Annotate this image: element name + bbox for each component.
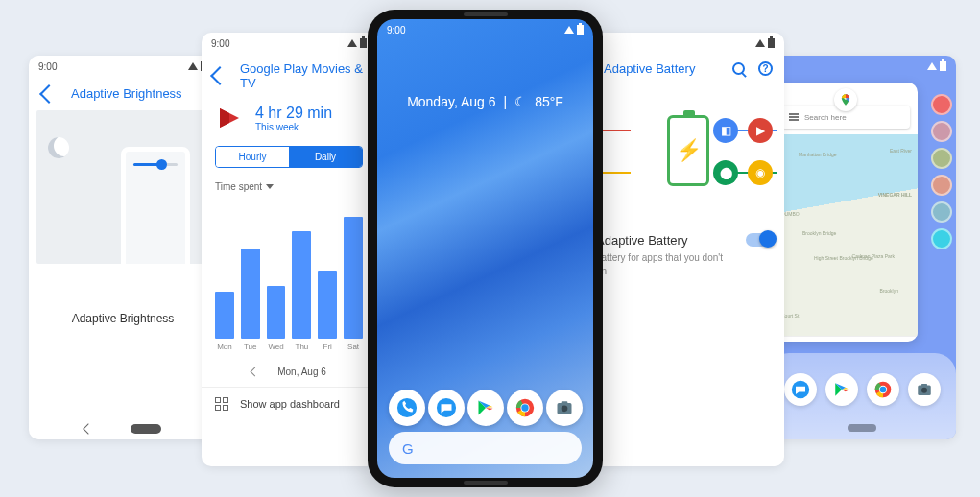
messages-app-icon[interactable] [784,373,817,406]
status-bar [592,33,784,54]
chevron-left-icon[interactable] [251,367,260,377]
chart-bar [241,248,260,339]
svg-point-16 [561,406,567,413]
svg-rect-8 [921,384,927,386]
dashboard-icon [215,397,228,411]
tab-daily[interactable]: Daily [289,147,362,167]
signal-icon [347,39,357,47]
chart-bar [344,217,363,339]
slider-illustration [133,163,178,166]
nav-home-pill[interactable] [131,424,161,434]
signal-icon [564,26,574,34]
usage-period: This week [255,122,332,132]
brightness-illustration [36,110,209,264]
avatar[interactable] [931,94,952,115]
toggle-switch[interactable] [746,233,775,247]
nav-back-icon[interactable] [83,423,93,434]
search-placeholder: Search here [804,113,847,122]
status-bar: 9:00 [202,33,376,54]
phone-app-icon[interactable] [389,390,425,426]
map-canvas[interactable]: Manhattan Bridge East River DUMBO VINEGA… [774,134,918,336]
nav-home-pill[interactable] [848,424,876,432]
chart-x-label: Sat [347,343,359,351]
chrome-icon[interactable] [867,373,899,406]
chart-bar [267,286,286,339]
back-icon[interactable] [39,84,59,104]
page-title: Adaptive Brightness [71,86,182,101]
chart-x-label: Tue [244,343,257,351]
adaptive-battery-card: Adaptive Battery ? ◧ ▶ ⬤ ◉ ⚡ Adaptive Ba… [592,33,784,466]
map-label: Brooklyn [880,288,898,294]
tab-transit[interactable]: Transit [870,337,918,342]
battery-icon [768,38,775,48]
recents-maps-card: Search here Manhattan Bridge East River … [768,56,956,439]
speaker-grille [464,12,508,16]
divider: | [504,94,508,109]
footer-action[interactable]: Show app dashboard [202,387,376,420]
home-screen[interactable]: 9:00 Monday, Aug 6 | ☾ 85°F G [377,19,593,478]
camera-icon[interactable] [546,390,583,426]
tab-hourly[interactable]: Hourly [216,147,289,167]
page-title: Adaptive Battery [604,61,695,76]
page-title: Google Play Movies & TV [240,61,365,90]
avatar[interactable] [931,201,952,223]
help-icon[interactable]: ? [758,61,773,76]
app-dot-icon: ▶ [748,118,773,143]
play-store-icon[interactable] [825,373,858,406]
svg-point-5 [879,387,886,393]
avatar[interactable] [931,228,952,249]
google-g-icon: G [402,440,414,457]
avatar[interactable] [931,175,952,196]
adaptive-brightness-card: 9:00 Adaptive Brightness Adaptive Bright… [29,56,217,439]
svg-point-7 [921,388,927,393]
back-icon[interactable] [210,66,229,85]
setting-subtitle: battery for apps that you don't [596,252,723,263]
app-dot-icon: ◧ [713,118,738,143]
battery-icon [577,25,584,35]
avatar[interactable] [931,121,952,142]
camera-icon[interactable] [908,373,941,406]
maps-app-icon [834,88,857,111]
hamburger-icon[interactable] [789,113,799,121]
google-search-bar[interactable]: G [389,432,582,464]
moon-icon: ☾ [514,94,527,109]
chart-x-label: Thu [296,343,309,351]
status-time: 9:00 [38,61,57,72]
chart-bar [292,231,311,339]
digital-wellbeing-card: 9:00 Google Play Movies & TV 4 hr 29 min… [202,33,376,466]
setting-row[interactable]: Adaptive Battery battery for apps that y… [592,218,784,288]
status-bar [768,56,956,77]
header: Adaptive Brightness [29,77,217,110]
date-label: Monday, Aug 6 [407,94,495,109]
map-label: Cadman Plaza Park [852,253,895,259]
svg-rect-17 [561,401,567,404]
chart-x-label: Fri [323,343,332,351]
moon-icon [48,137,69,158]
signal-icon [188,62,198,70]
speaker-grille [464,481,508,485]
status-bar: 9:00 [377,19,593,40]
pixel-phone-frame: 9:00 Monday, Aug 6 | ☾ 85°F G [368,10,603,487]
avatar[interactable] [931,148,952,169]
metric-dropdown[interactable]: Time spent [202,176,376,198]
usage-summary: 4 hr 29 min This week [202,98,376,138]
tab-driving[interactable]: Driving [822,337,870,342]
dock [768,353,956,439]
play-store-icon[interactable] [467,390,504,426]
search-icon[interactable] [732,62,745,75]
status-time: 9:00 [387,25,405,36]
dock [377,390,593,426]
battery-outline-icon: ⚡ [667,115,709,186]
feature-label: Adaptive Brightness [29,264,217,373]
messages-app-icon[interactable] [428,390,465,426]
chrome-icon[interactable] [507,390,543,426]
maps-recent-card[interactable]: Search here Manhattan Bridge East River … [774,83,918,342]
at-a-glance[interactable]: Monday, Aug 6 | ☾ 85°F [377,40,593,109]
chart-x-label: Wed [268,343,283,351]
chart-bar [318,271,337,340]
play-movies-icon [215,104,244,132]
svg-point-14 [521,404,528,411]
header: Google Play Movies & TV [202,54,376,98]
status-bar: 9:00 [29,56,217,77]
chart-bar [215,292,234,339]
